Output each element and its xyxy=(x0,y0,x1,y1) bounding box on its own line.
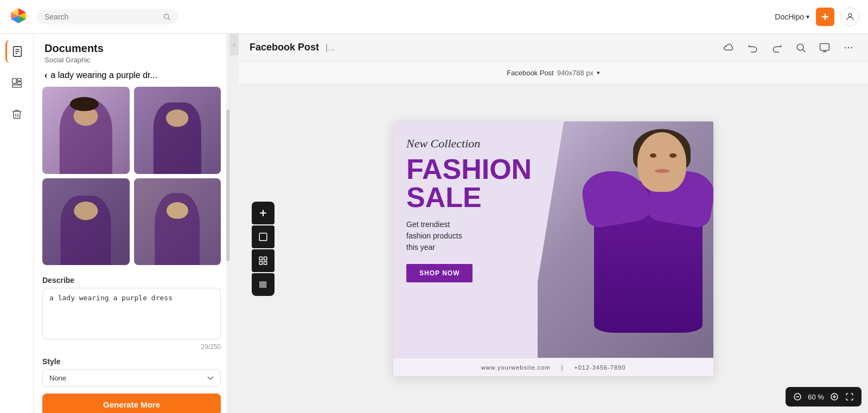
fb-left-content: New Collection FASHION SALE Get trendies… xyxy=(393,121,560,358)
back-arrow-icon[interactable]: ‹ xyxy=(44,70,47,80)
char-count: 29/250 xyxy=(42,342,221,355)
zoom-bar: 60 % xyxy=(786,387,861,406)
undo-icon xyxy=(748,42,758,53)
describe-textarea[interactable]: a lady wearing a purple dress xyxy=(42,288,221,340)
size-chevron-icon[interactable]: ▾ xyxy=(597,69,600,76)
fb-new-collection: New Collection xyxy=(406,137,547,151)
svg-rect-33 xyxy=(259,262,262,264)
zoom-level: 60 % xyxy=(806,393,826,401)
fb-model-head xyxy=(637,132,686,192)
undo-button[interactable] xyxy=(744,39,762,56)
cloud-icon xyxy=(724,42,735,53)
svg-rect-32 xyxy=(264,257,267,260)
comments-icon xyxy=(819,42,830,53)
redo-button[interactable] xyxy=(768,39,786,56)
panel-collapse-handle[interactable]: ‹ xyxy=(230,34,239,55)
more-icon xyxy=(843,42,854,53)
sidebar-item-document[interactable] xyxy=(5,40,28,63)
document-title: Facebook Post xyxy=(250,42,319,53)
canvas-size-bar: Facebook Post 940x788 px ▾ xyxy=(239,62,868,85)
generated-image-2[interactable] xyxy=(134,87,221,174)
barcode-icon xyxy=(258,280,268,289)
canvas-main: New Collection FASHION SALE Get trendies… xyxy=(239,85,868,413)
canvas-search-icon xyxy=(795,42,806,53)
scrollbar-track xyxy=(226,34,229,413)
fb-shop-now-button[interactable]: SHOP NOW xyxy=(406,264,473,282)
fb-post-inner: New Collection FASHION SALE Get trendies… xyxy=(393,121,713,358)
svg-rect-19 xyxy=(17,82,21,85)
style-select[interactable]: None Realistic Cartoon Artistic xyxy=(42,369,221,387)
fb-phone: +012-3456-7890 xyxy=(574,364,626,371)
nav-right: DocHipo ▾ xyxy=(775,8,859,26)
templates-icon xyxy=(11,77,23,89)
grid-tool-button[interactable] xyxy=(252,249,275,272)
more-options-button[interactable] xyxy=(840,39,857,56)
panel-header: Documents Social Graphic xyxy=(34,34,229,66)
sidebar-item-trash[interactable] xyxy=(5,103,28,126)
create-button[interactable] xyxy=(816,8,834,26)
comments-button[interactable] xyxy=(816,39,833,56)
search-input[interactable] xyxy=(44,12,158,21)
left-tool-strip xyxy=(252,202,275,296)
style-section: Style None Realistic Cartoon Artistic xyxy=(34,355,229,387)
zoom-out-button[interactable] xyxy=(791,390,804,403)
generate-more-button[interactable]: Generate More xyxy=(42,393,221,413)
canvas-topbar: Facebook Post |... xyxy=(239,34,868,62)
panel-title: Documents xyxy=(44,42,219,55)
svg-line-21 xyxy=(803,49,806,52)
generated-image-3[interactable] xyxy=(42,178,130,266)
svg-rect-31 xyxy=(259,257,262,260)
generated-image-1[interactable] xyxy=(42,87,130,174)
zoom-in-button[interactable] xyxy=(828,390,841,403)
document-icon xyxy=(11,46,23,57)
plus-tool-icon xyxy=(258,208,269,218)
scrollbar-thumb[interactable] xyxy=(226,109,229,261)
svg-point-27 xyxy=(851,47,853,48)
sidebar-item-templates[interactable] xyxy=(5,72,28,94)
fullscreen-button[interactable] xyxy=(843,390,856,403)
svg-rect-22 xyxy=(820,43,829,50)
svg-rect-17 xyxy=(17,79,21,81)
canvas-toolbar xyxy=(720,39,857,56)
svg-line-8 xyxy=(168,18,169,20)
canvas-size-value: 940x788 px xyxy=(557,69,593,77)
fb-model-dress xyxy=(594,181,703,333)
main-layout: Documents Social Graphic ‹ a lady wearin… xyxy=(0,34,868,413)
logo[interactable] xyxy=(9,6,28,28)
svg-point-11 xyxy=(848,14,852,17)
breadcrumb[interactable]: ‹ a lady wearing a purple dr... xyxy=(34,66,229,85)
search-bar[interactable] xyxy=(37,9,178,24)
fb-footer: www.yourwebsite.com | +012-3456-7890 xyxy=(393,358,713,376)
search-icon xyxy=(163,12,170,21)
breadcrumb-text: a lady wearing a purple dr... xyxy=(50,70,157,80)
expand-icon xyxy=(845,392,854,401)
svg-point-26 xyxy=(848,47,850,48)
fb-fashion-sale: FASHION SALE xyxy=(406,155,547,211)
generated-image-4[interactable] xyxy=(134,178,221,266)
brand-dropdown[interactable]: DocHipo ▾ xyxy=(775,12,809,21)
cloud-save-button[interactable] xyxy=(720,39,738,56)
panel-subtitle: Social Graphic xyxy=(44,56,219,64)
style-label: Style xyxy=(42,357,221,366)
add-element-button[interactable] xyxy=(252,202,275,224)
canvas-area: Facebook Post |... xyxy=(239,34,868,413)
top-navigation: DocHipo ▾ xyxy=(0,0,868,34)
svg-point-25 xyxy=(845,47,846,48)
fb-website: www.yourwebsite.com xyxy=(481,364,551,371)
describe-section: Describe a lady wearing a purple dress 2… xyxy=(34,272,229,355)
frame-tool-button[interactable] xyxy=(252,225,275,248)
fb-right-image xyxy=(538,121,714,358)
svg-rect-34 xyxy=(264,262,267,264)
icon-sidebar xyxy=(0,34,34,413)
svg-rect-16 xyxy=(12,79,16,83)
document-title-sep[interactable]: |... xyxy=(326,43,335,53)
barcode-tool-button[interactable] xyxy=(252,273,275,296)
facebook-post-canvas: New Collection FASHION SALE Get trendies… xyxy=(393,121,713,376)
canvas-search-button[interactable] xyxy=(792,39,809,56)
left-panel: Documents Social Graphic ‹ a lady wearin… xyxy=(34,34,230,413)
user-profile-button[interactable] xyxy=(841,8,859,26)
fb-footer-separator: | xyxy=(561,364,563,371)
frame-icon xyxy=(258,232,268,242)
redo-icon xyxy=(771,42,782,53)
describe-label: Describe xyxy=(42,276,221,285)
